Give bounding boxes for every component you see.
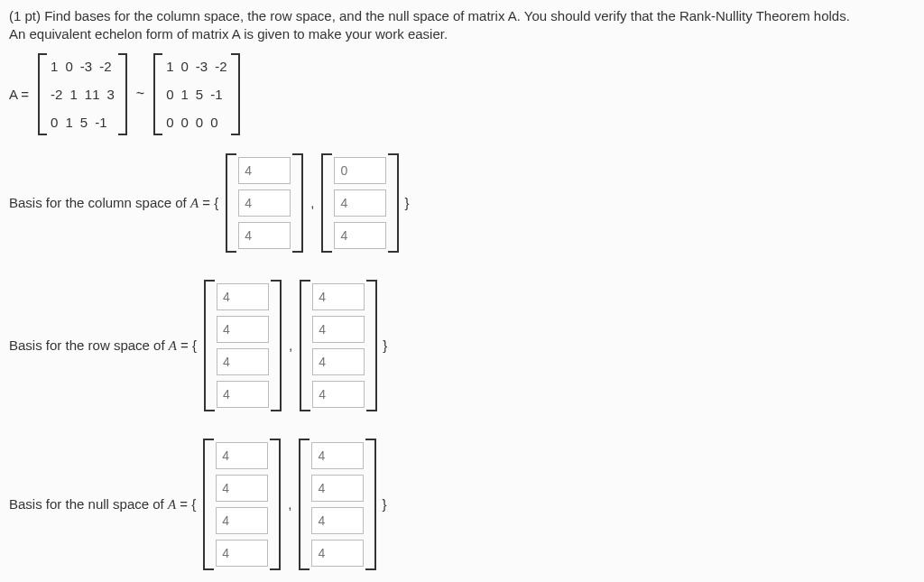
null-v1-1[interactable]	[216, 442, 268, 469]
row-v1-3[interactable]	[217, 348, 269, 375]
null-v1-3[interactable]	[216, 507, 268, 534]
comma: ,	[310, 195, 314, 210]
row-v2-3[interactable]	[312, 348, 365, 375]
col-vec-2	[321, 153, 399, 253]
row-v1-4[interactable]	[217, 381, 269, 408]
row-v1-1[interactable]	[217, 283, 269, 310]
col-v2-2[interactable]	[334, 189, 386, 217]
row-v2-4[interactable]	[312, 381, 365, 408]
matrix-A-label: A =	[9, 87, 29, 102]
null-v1-4[interactable]	[216, 540, 268, 567]
matrix-definition: A = 1 0 -3 -2 -2 1 11 3 0 1 5 -1 ~ 1 0 -…	[9, 53, 915, 135]
null-vec-1	[203, 439, 281, 570]
column-space-row: Basis for the column space of A = { , }	[9, 153, 915, 253]
problem-line1: (1 pt) Find bases for the column space, …	[9, 8, 850, 23]
row-vec-1	[204, 280, 282, 411]
null-v1-2[interactable]	[216, 475, 268, 502]
col-v1-1[interactable]	[238, 157, 291, 184]
close-brace: }	[382, 496, 386, 512]
null-v2-4[interactable]	[311, 540, 364, 567]
col-vec-1	[226, 153, 303, 253]
row-v2-1[interactable]	[312, 283, 365, 310]
null-v2-3[interactable]	[311, 507, 364, 534]
null-v2-1[interactable]	[311, 442, 364, 469]
close-brace: }	[404, 195, 409, 210]
problem-statement: (1 pt) Find bases for the column space, …	[9, 7, 915, 44]
row-v1-2[interactable]	[217, 316, 269, 343]
null-vec-2	[299, 439, 376, 570]
close-brace: }	[383, 337, 387, 353]
col-v2-3[interactable]	[334, 222, 386, 249]
matrix-echelon: 1 0 -3 -2 0 1 5 -1 0 0 0 0	[153, 53, 239, 135]
row-vec-2	[300, 280, 377, 411]
comma: ,	[289, 337, 292, 353]
null-space-row: Basis for the null space of A = { , }	[9, 439, 915, 570]
col-v2-1[interactable]	[334, 157, 386, 184]
row-v2-2[interactable]	[312, 316, 365, 343]
null-v2-2[interactable]	[311, 475, 364, 502]
comma: ,	[288, 496, 291, 512]
tilde-symbol: ~	[136, 86, 144, 102]
row-space-label: Basis for the row space of A = {	[9, 337, 197, 354]
row-space-row: Basis for the row space of A = { , }	[9, 280, 915, 411]
problem-line2: An equivalent echelon form of matrix A i…	[9, 26, 448, 42]
column-space-label: Basis for the column space of A = {	[9, 195, 218, 211]
null-space-label: Basis for the null space of A = {	[9, 496, 196, 513]
matrix-A: 1 0 -3 -2 -2 1 11 3 0 1 5 -1	[38, 53, 127, 135]
col-v1-3[interactable]	[238, 222, 291, 249]
col-v1-2[interactable]	[238, 189, 291, 217]
